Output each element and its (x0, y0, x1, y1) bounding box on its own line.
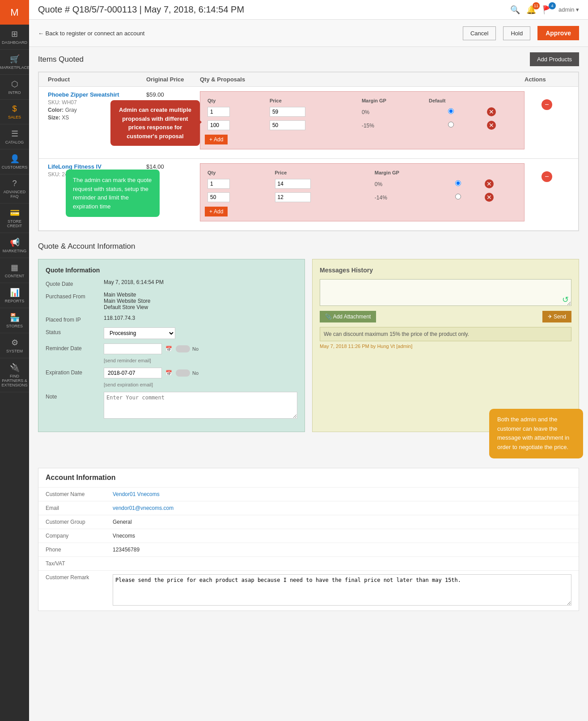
add-row-button-0[interactable]: + Add (205, 135, 228, 144)
sidebar-item-customers[interactable]: 👤 CUSTOMERS (0, 149, 29, 174)
cancel-button[interactable]: Cancel (463, 26, 496, 40)
price-input-1-1[interactable] (275, 192, 311, 202)
sidebar-item-dashboard[interactable]: ⊞ DASHBOARD (0, 25, 29, 50)
refresh-icon[interactable]: ↺ (562, 295, 569, 305)
account-label-company: Company (46, 533, 113, 539)
reminder-sub: [send reminder email] (104, 358, 297, 363)
sidebar-item-marketplace[interactable]: 🛒 MARKETPLACE (0, 50, 29, 75)
default-radio-1-1[interactable] (455, 194, 461, 199)
notifications-button[interactable]: 🔔 11 (526, 5, 536, 15)
account-value-remark (113, 574, 571, 607)
sidebar-item-system[interactable]: ⚙ SYSTEM (0, 333, 29, 358)
remove-row-button-1-0[interactable]: ✕ (485, 179, 494, 188)
product-name-2: LifeLong Fitness IV (48, 163, 146, 170)
user-menu[interactable]: admin ▾ (558, 6, 579, 13)
search-icon[interactable]: 🔍 (510, 5, 520, 15)
proposals-area-2: Qty Price Margin GP (200, 163, 525, 221)
th-remove (475, 96, 508, 105)
proposals-table-2: Qty Price Margin GP (205, 168, 520, 204)
expiration-date-input[interactable] (104, 368, 162, 378)
stores-icon: 🏪 (10, 313, 20, 322)
account-info-title: Account Information (38, 468, 579, 487)
remove-row-button-1-1[interactable]: ✕ (485, 193, 494, 202)
sidebar-item-store-credit[interactable]: 💳 STORE CREDIT (0, 204, 29, 233)
sidebar-item-label: SALES (8, 115, 21, 119)
price-input-0-1[interactable] (270, 120, 305, 130)
sidebar-item-intro[interactable]: ⬡ INTRO (0, 75, 29, 100)
proposals-table: Qty Price Margin GP Default (205, 96, 520, 132)
th-del (508, 96, 520, 105)
account-value-customer-name[interactable]: Vendor01 Vnecoms (113, 491, 571, 497)
expiration-sub: [send expiration email] (104, 382, 297, 387)
qty-input-1-1[interactable] (207, 192, 230, 202)
reminder-toggle-pill[interactable] (176, 345, 190, 352)
sidebar-item-find-partners[interactable]: 🔌 FIND PARTNERS & EXTENSIONS (0, 358, 29, 392)
sidebar-item-label: SYSTEM (6, 349, 23, 353)
remark-textarea[interactable] (113, 574, 571, 606)
th-qty-2: Qty (205, 168, 272, 177)
sidebar-item-advanced-faq[interactable]: ? ADVANCED FAQ (0, 174, 29, 204)
proposals-area: Qty Price Margin GP Default (200, 91, 525, 149)
sidebar-item-label: DASHBOARD (2, 40, 27, 45)
sidebar-item-catalog[interactable]: ☰ CATALOG (0, 124, 29, 149)
sidebar-item-label: INTRO (8, 90, 21, 95)
info-row-date: Quote Date May 7, 2018, 6:14:54 PM (46, 279, 297, 287)
extensions-icon: 🔌 (10, 363, 20, 373)
qty-input-1-0[interactable] (207, 179, 230, 189)
info-row-status: Status Processing Open Closed (46, 327, 297, 339)
note-textarea[interactable] (104, 392, 297, 419)
calendar-icon-2[interactable]: 📅 (165, 370, 172, 376)
sidebar-item-label: MARKETING (3, 249, 27, 253)
sidebar-item-sales[interactable]: $ SALES (0, 100, 29, 124)
items-quoted-header: Items Quoted Add Products (29, 47, 588, 72)
proposal-row: 0% ✕ (205, 177, 520, 191)
sidebar-item-stores[interactable]: 🏪 STORES (0, 308, 29, 333)
system-icon: ⚙ (11, 338, 18, 348)
send-button[interactable]: ✈ Send (542, 311, 571, 322)
sidebar-item-label: MARKETPLACE (0, 65, 30, 70)
margin-text-1-1: -14% (375, 195, 387, 201)
dashboard-icon: ⊞ (11, 29, 18, 39)
add-row-button-1[interactable]: + Add (205, 207, 228, 216)
reminder-date-input[interactable] (104, 344, 162, 354)
store-credit-icon: 💳 (10, 208, 20, 218)
th-default: Default (426, 96, 475, 105)
info-value-note (104, 392, 297, 420)
remove-row-button-0-0[interactable]: ✕ (487, 107, 496, 116)
status-select[interactable]: Processing Open Closed (104, 327, 175, 339)
info-row-note: Note (46, 392, 297, 420)
add-products-button[interactable]: Add Products (530, 52, 579, 66)
qty-input-0-0[interactable] (207, 107, 230, 117)
table-header-row: Product Original Price Qty & Proposals A… (38, 72, 579, 87)
default-radio-0-1[interactable] (448, 122, 454, 127)
sidebar-logo[interactable]: M (0, 0, 29, 25)
sidebar-item-content[interactable]: ▦ CONTENT (0, 258, 29, 283)
default-radio-1-0[interactable] (455, 180, 461, 186)
sidebar-item-label: STORES (6, 324, 23, 328)
messages-textarea[interactable] (320, 279, 571, 306)
sidebar-item-marketing[interactable]: 📢 MARKETING (0, 233, 29, 258)
qty-input-0-1[interactable] (207, 120, 230, 130)
price-input-0-0[interactable] (270, 107, 305, 117)
hold-button[interactable]: Hold (503, 26, 530, 40)
calendar-icon[interactable]: 📅 (165, 346, 172, 352)
account-label-email: Email (46, 505, 113, 511)
back-link[interactable]: ← Back to register or connect an account (38, 30, 144, 37)
add-attachment-button[interactable]: 📎 Add Attachment (320, 311, 376, 322)
intro-icon: ⬡ (11, 79, 18, 89)
price-input-1-0[interactable] (275, 179, 311, 189)
product-row: Phoebe Zipper Sweatshirt SKU: WH07 Color… (38, 87, 579, 159)
account-value-email[interactable]: vendor01@vnecoms.com (113, 505, 571, 511)
remove-row-button-0-1[interactable]: ✕ (487, 121, 496, 130)
col-actions: Actions (525, 76, 569, 83)
sidebar-item-reports[interactable]: 📊 REPORTS (0, 283, 29, 308)
default-radio-0-0[interactable] (448, 108, 454, 114)
approve-button[interactable]: Approve (537, 26, 579, 40)
remove-product-button-0[interactable]: − (541, 99, 552, 110)
messages-button[interactable]: 🚩 4 (542, 5, 552, 15)
plus-icon: + (209, 136, 212, 143)
expiration-toggle-pill[interactable] (176, 369, 190, 377)
product-row: LifeLong Fitness IV SKU: 240-LV05 $14.00… (38, 158, 579, 231)
th-remove-2 (472, 168, 507, 177)
remove-product-button-1[interactable]: − (541, 171, 552, 182)
